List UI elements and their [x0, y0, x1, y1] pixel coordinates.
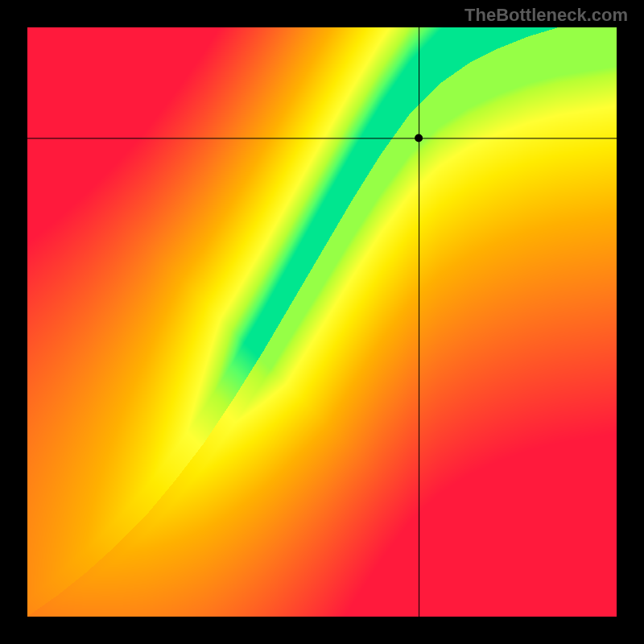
heatmap-canvas — [27, 27, 617, 617]
heatmap-plot — [27, 27, 617, 617]
watermark-text: TheBottleneck.com — [464, 5, 628, 26]
